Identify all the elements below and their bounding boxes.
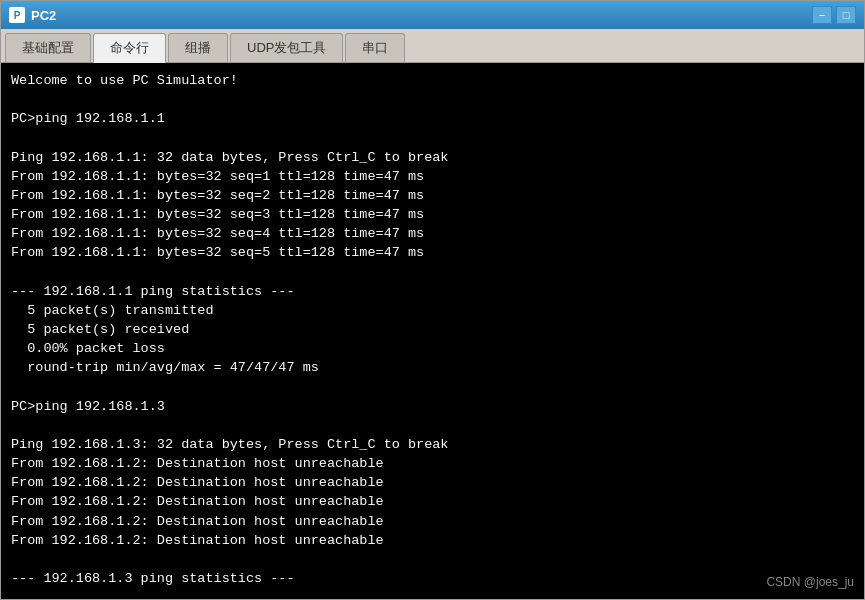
terminal-line: From 192.168.1.1: bytes=32 seq=4 ttl=128… — [11, 224, 854, 243]
main-window: P PC2 − □ 基础配置 命令行 组播 UDP发包工具 串口 Welcome… — [0, 0, 865, 600]
terminal-line: Welcome to use PC Simulator! — [11, 71, 854, 90]
terminal-line — [11, 416, 854, 435]
window-title: PC2 — [31, 8, 56, 23]
tab-command-line[interactable]: 命令行 — [93, 33, 166, 63]
terminal-line: PC>ping 192.168.1.1 — [11, 109, 854, 128]
window-icon: P — [9, 7, 25, 23]
title-bar: P PC2 − □ — [1, 1, 864, 29]
terminal-line — [11, 550, 854, 569]
terminal-line — [11, 128, 854, 147]
terminal-line: PC>ping 192.168.1.3 — [11, 397, 854, 416]
terminal-line — [11, 378, 854, 397]
terminal-line: From 192.168.1.1: bytes=32 seq=2 ttl=128… — [11, 186, 854, 205]
terminal-line: From 192.168.1.1: bytes=32 seq=3 ttl=128… — [11, 205, 854, 224]
terminal-line — [11, 263, 854, 282]
tab-basic-config[interactable]: 基础配置 — [5, 33, 91, 62]
title-bar-left: P PC2 — [9, 7, 56, 23]
terminal-line: From 192.168.1.2: Destination host unrea… — [11, 454, 854, 473]
terminal-line: --- 192.168.1.1 ping statistics --- — [11, 282, 854, 301]
maximize-button[interactable]: □ — [836, 6, 856, 24]
tab-bar: 基础配置 命令行 组播 UDP发包工具 串口 — [1, 29, 864, 63]
terminal-line — [11, 90, 854, 109]
terminal-area[interactable]: Welcome to use PC Simulator! PC>ping 192… — [1, 63, 864, 599]
tab-multicast[interactable]: 组播 — [168, 33, 228, 62]
minimize-button[interactable]: − — [812, 6, 832, 24]
terminal-line: From 192.168.1.2: Destination host unrea… — [11, 512, 854, 531]
terminal-line: 5 packet(s) received — [11, 320, 854, 339]
title-buttons: − □ — [812, 6, 856, 24]
terminal-line: From 192.168.1.2: Destination host unrea… — [11, 492, 854, 511]
terminal-line: 0.00% packet loss — [11, 339, 854, 358]
terminal-line: From 192.168.1.2: Destination host unrea… — [11, 473, 854, 492]
terminal-line: From 192.168.1.2: Destination host unrea… — [11, 531, 854, 550]
tab-serial[interactable]: 串口 — [345, 33, 405, 62]
terminal-line: From 192.168.1.1: bytes=32 seq=5 ttl=128… — [11, 243, 854, 262]
terminal-line: 5 packet(s) transmitted — [11, 301, 854, 320]
terminal-line: From 192.168.1.1: bytes=32 seq=1 ttl=128… — [11, 167, 854, 186]
terminal-line: --- 192.168.1.3 ping statistics --- — [11, 569, 854, 588]
terminal-line: Ping 192.168.1.3: 32 data bytes, Press C… — [11, 435, 854, 454]
terminal-line: Ping 192.168.1.1: 32 data bytes, Press C… — [11, 148, 854, 167]
watermark: CSDN @joes_ju — [766, 574, 854, 591]
tab-udp-tool[interactable]: UDP发包工具 — [230, 33, 343, 62]
terminal-line: round-trip min/avg/max = 47/47/47 ms — [11, 358, 854, 377]
